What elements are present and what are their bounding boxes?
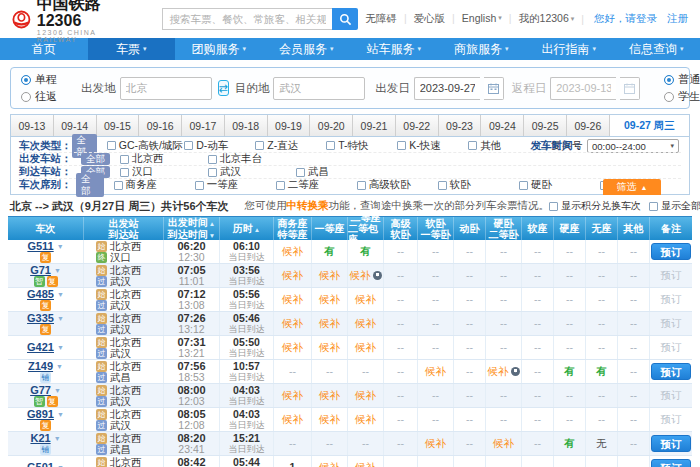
nav-item-首页[interactable]: 首页	[0, 38, 88, 60]
date-tab-09-14[interactable]: 09-14	[54, 115, 97, 136]
checkbox-icon[interactable]	[468, 141, 477, 150]
radio-selected[interactable]	[21, 75, 31, 85]
train-number-link[interactable]: Z149	[28, 361, 53, 372]
date-tab-09-16[interactable]: 09-16	[139, 115, 182, 136]
login-link[interactable]: 您好，请登录	[584, 12, 661, 26]
date-tab-09-23[interactable]: 09-23	[439, 115, 482, 136]
train-number-link[interactable]: G511	[27, 241, 53, 252]
waitlist-value[interactable]: 候补	[319, 342, 340, 353]
filter-option-T-特快[interactable]: T-特快	[326, 139, 397, 153]
column-header-出发时间[interactable]: 出发时间▲到达时间▼	[164, 217, 220, 240]
summary-checkbox-显示积分兑换车次[interactable]: 显示积分兑换车次	[549, 199, 641, 213]
calendar-icon[interactable]	[484, 77, 504, 100]
nav-item-团购服务[interactable]: 团购服务▾	[175, 38, 263, 60]
book-button[interactable]: 预订	[651, 459, 691, 467]
chevron-down-icon[interactable]: ▼	[57, 462, 64, 467]
train-number-link[interactable]: G421	[27, 342, 54, 353]
date-tab-09-21[interactable]: 09-21	[353, 115, 396, 136]
book-button[interactable]: 预订	[651, 243, 691, 260]
train-number-link[interactable]: G71	[30, 265, 51, 276]
checkbox-icon[interactable]	[120, 168, 129, 177]
nav-item-站车服务[interactable]: 站车服务▾	[350, 38, 438, 60]
passenger-type-普通[interactable]: 普通	[664, 72, 700, 87]
passenger-type-学生[interactable]: 学生	[664, 89, 700, 104]
column-header-车次[interactable]: 车次	[8, 217, 84, 240]
trip-type-往返[interactable]: 往返	[21, 89, 57, 104]
summary-checkbox-显示全部可预订车次[interactable]: 显示全部可预订车次	[649, 199, 700, 213]
filter-option-软卧[interactable]: 软卧	[438, 178, 519, 192]
chevron-down-icon[interactable]: ▼	[56, 361, 63, 372]
date-tab-09-18[interactable]: 09-18	[225, 115, 268, 136]
waitlist-value[interactable]: 候补	[355, 390, 376, 401]
column-header-软卧[interactable]: 软卧一等卧	[418, 217, 454, 240]
waitlist-value[interactable]: 候补	[355, 342, 376, 353]
date-tab-09-13[interactable]: 09-13	[11, 115, 54, 136]
sort-desc-icon[interactable]: ▼	[209, 232, 215, 239]
waitlist-value[interactable]: 候补	[319, 414, 340, 425]
waitlist-value[interactable]: 候补	[282, 318, 303, 329]
train-number-link[interactable]: G485	[27, 289, 54, 300]
top-link-3[interactable]: English▾	[455, 12, 509, 24]
waitlist-value[interactable]: 候补	[319, 294, 340, 305]
chevron-down-icon[interactable]: ▼	[57, 342, 64, 353]
date-tab-09-25[interactable]: 09-25	[524, 115, 567, 136]
filter-option-商务座[interactable]: 商务座	[114, 178, 195, 192]
checkbox-icon[interactable]	[397, 141, 406, 150]
column-header-高级[interactable]: 高级软卧	[384, 217, 418, 240]
site-logo[interactable]: 中国铁路12306 12306 CHINA RAILWAY	[12, 0, 112, 43]
checkbox-icon[interactable]	[276, 181, 285, 190]
nav-item-商旅服务[interactable]: 商旅服务▾	[438, 38, 526, 60]
chevron-down-icon[interactable]: ▼	[57, 289, 64, 300]
train-number-link[interactable]: G891	[27, 409, 54, 420]
column-header-备注[interactable]: 备注	[650, 217, 692, 240]
checkbox-icon[interactable]	[519, 181, 528, 190]
book-button[interactable]: 预订	[651, 363, 691, 380]
filter-option-二等座[interactable]: 二等座	[276, 178, 357, 192]
waitlist-value[interactable]: 候补	[355, 294, 376, 305]
column-header-商务座[interactable]: 商务座特等座	[274, 217, 312, 240]
waitlist-value[interactable]: 候补	[355, 462, 376, 467]
filter-option-高级软卧[interactable]: 高级软卧	[357, 178, 438, 192]
waitlist-value[interactable]: 候补	[282, 246, 303, 257]
nav-item-车票[interactable]: 车票▾	[88, 38, 176, 60]
checkbox-icon[interactable]	[184, 141, 193, 150]
column-header-其他[interactable]: 其他	[618, 217, 650, 240]
waitlist-value[interactable]: 候补	[319, 270, 340, 281]
date-tab-09-20[interactable]: 09-20	[310, 115, 353, 136]
filter-option-汉口[interactable]: 汉口	[120, 165, 208, 179]
checkbox-icon[interactable]	[296, 168, 305, 177]
column-header-动卧[interactable]: 动卧	[454, 217, 486, 240]
waitlist-value[interactable]: 候补	[282, 342, 303, 353]
column-header-历时[interactable]: 历时▲	[220, 217, 274, 240]
date-tab-09-22[interactable]: 09-22	[396, 115, 439, 136]
filter-option-GC-高铁/城际[interactable]: GC-高铁/城际	[107, 139, 184, 153]
column-header-二等座[interactable]: 二等座二等包座	[348, 217, 384, 240]
chevron-down-icon[interactable]: ▼	[54, 433, 61, 444]
top-link-2[interactable]: 爱心版	[407, 12, 453, 26]
filter-all-button[interactable]: 全部	[76, 173, 104, 197]
trip-type-单程[interactable]: 单程	[21, 72, 57, 87]
date-tab-09-19[interactable]: 09-19	[268, 115, 311, 136]
filter-option-北京西[interactable]: 北京西	[120, 152, 208, 166]
site-search-button[interactable]	[332, 8, 358, 30]
date-tab-09-24[interactable]: 09-24	[481, 115, 524, 136]
checkbox-icon[interactable]	[195, 181, 204, 190]
from-city-input[interactable]	[120, 77, 212, 100]
book-button[interactable]: 预订	[651, 435, 691, 452]
waitlist-value[interactable]: 候补	[319, 318, 340, 329]
filter-option-D-动车[interactable]: D-动车	[184, 139, 255, 153]
register-link[interactable]: 注册	[661, 12, 688, 26]
top-link-4[interactable]: 我的12306▾	[512, 12, 582, 26]
chevron-down-icon[interactable]: ▼	[57, 313, 64, 324]
chevron-down-icon[interactable]: ▼	[57, 241, 64, 252]
filter-option-Z-直达[interactable]: Z-直达	[255, 139, 326, 153]
column-header-一等座[interactable]: 一等座	[312, 217, 348, 240]
nav-item-会员服务[interactable]: 会员服务▾	[263, 38, 351, 60]
column-header-软座[interactable]: 软座	[522, 217, 554, 240]
checkbox-icon[interactable]	[114, 181, 123, 190]
waitlist-value[interactable]: 候补	[282, 294, 303, 305]
checkbox-icon[interactable]	[438, 181, 447, 190]
train-number-link[interactable]: G77	[30, 385, 51, 396]
swap-stations-icon[interactable]: ⇄	[218, 80, 229, 96]
date-tab-selected[interactable]: 09-27 周三	[610, 115, 689, 136]
